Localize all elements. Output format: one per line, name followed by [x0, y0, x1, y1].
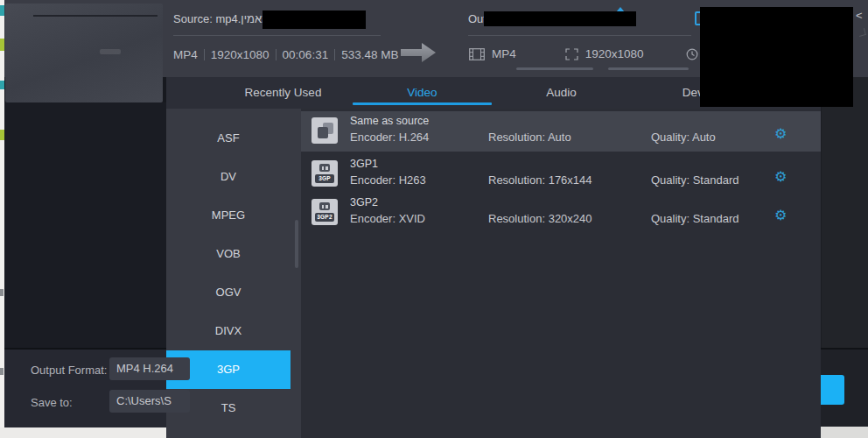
- output-resolution-value: 1920x1080: [585, 47, 644, 60]
- redaction-box-source-name: [262, 11, 366, 29]
- redaction-box-top-right: [700, 7, 853, 107]
- app-window: Source: mp4.מאמין MP4 1920x1080 00:06:31…: [0, 0, 868, 438]
- output-divider: [468, 35, 691, 36]
- convert-arrow-icon: [399, 41, 438, 67]
- tab-label: Video: [407, 86, 437, 99]
- output-format-label: Output Format:: [31, 364, 107, 377]
- thumbnail-detail: [33, 15, 158, 17]
- preset-quality: Quality: Standard: [651, 173, 738, 187]
- sidebar-item-asf[interactable]: ASF: [166, 119, 290, 158]
- source-size: 533.48 MB: [341, 48, 398, 61]
- separator: [276, 49, 276, 60]
- format-badge: 3GP2: [315, 213, 334, 222]
- sidebar-item-vob[interactable]: VOB: [166, 235, 290, 273]
- settings-gear-icon[interactable]: ⚙: [774, 208, 787, 223]
- source-format: MP4: [173, 48, 198, 61]
- redaction-box-output-name: [484, 11, 636, 26]
- preset-encoder: Encoder: H.264: [350, 131, 429, 144]
- separator: [334, 49, 335, 60]
- active-tab-underline: [353, 102, 492, 105]
- preset-resolution: Resolution: Auto: [488, 131, 571, 144]
- thumbnail-watermark: [100, 49, 121, 54]
- 3gp-file-icon: 3GP: [312, 160, 338, 187]
- film-icon: [469, 48, 485, 60]
- run-button[interactable]: [821, 375, 844, 405]
- preset-row-same-as-source[interactable]: Same as source Encoder: H.264 Resolution…: [301, 111, 821, 152]
- background-page-bottom-right: [821, 427, 868, 438]
- resolution-scale-icon: [565, 48, 578, 60]
- save-to-label: Save to:: [31, 396, 73, 409]
- source-resolution: 1920x1080: [211, 48, 270, 61]
- output-media-info: MP4 1920x1080 00: [469, 47, 718, 60]
- preset-quality: Quality: Auto: [651, 131, 716, 144]
- sidebar-scrollbar[interactable]: [295, 220, 298, 268]
- separator: [204, 49, 205, 60]
- sidebar-item-ogv[interactable]: OGV: [166, 273, 290, 312]
- right-background-area: [821, 77, 868, 348]
- same-as-source-icon: [312, 117, 338, 144]
- preset-resolution: Resolution: 320x240: [488, 212, 592, 225]
- preset-encoder: Encoder: XVID: [350, 212, 425, 225]
- sidebar-item-divx[interactable]: DIVX: [166, 312, 290, 350]
- preset-name: Same as source: [350, 115, 429, 127]
- tab-label: Recently Used: [245, 86, 322, 99]
- source-file-label: Source: mp4.מאמין: [173, 12, 270, 25]
- tab-recently-used[interactable]: Recently Used: [214, 77, 353, 109]
- preset-quality: Quality: Standard: [651, 212, 738, 225]
- preset-name: 3GP2: [350, 196, 378, 208]
- tab-video[interactable]: Video: [353, 77, 492, 109]
- preset-row-3gp1[interactable]: 3GP 3GP1 Encoder: H263 Resolution: 176x1…: [301, 154, 821, 193]
- source-divider: [173, 35, 381, 36]
- sidebar-item-dv[interactable]: DV: [166, 158, 290, 196]
- format-category-sidebar: ASF DV MPEG VOB OGV DIVX 3GP TS: [166, 109, 301, 438]
- preset-list: Same as source Encoder: H.264 Resolution…: [301, 109, 821, 438]
- tab-audio[interactable]: Audio: [492, 77, 631, 109]
- preset-resolution: Resolution: 176x144: [488, 173, 592, 187]
- preset-name: 3GP1: [350, 158, 378, 170]
- settings-gear-icon[interactable]: ⚙: [774, 170, 787, 184]
- preset-encoder: Encoder: H263: [350, 173, 426, 187]
- format-selector-panel: Recently Used Video Audio Device ASF DV …: [166, 77, 821, 438]
- preset-row-3gp2[interactable]: 3GP2 3GP2 Encoder: XVID Resolution: 320x…: [301, 193, 821, 231]
- output-format-field[interactable]: MP4 H.264: [109, 357, 190, 380]
- clock-icon: [686, 48, 698, 60]
- 3gp-file-icon: 3GP2: [312, 199, 338, 225]
- background-page-bottom: [0, 427, 166, 438]
- source-duration: 00:06:31: [283, 48, 329, 61]
- settings-gear-icon[interactable]: ⚙: [774, 127, 787, 141]
- format-badge: 3GP: [315, 174, 334, 183]
- save-to-field[interactable]: C:\Users\S: [109, 390, 190, 413]
- source-media-info: MP4 1920x1080 00:06:31 533.48 MB: [173, 48, 398, 61]
- indicator-strip: [516, 67, 593, 70]
- sidebar-item-mpeg[interactable]: MPEG: [166, 196, 290, 235]
- video-thumbnail[interactable]: [5, 4, 163, 102]
- output-format-value: MP4: [492, 47, 516, 60]
- preview-area: [4, 102, 166, 348]
- collapse-chevron-icon[interactable]: <: [856, 9, 863, 22]
- indicator-strip: [608, 67, 689, 70]
- tab-label: Audio: [546, 86, 577, 99]
